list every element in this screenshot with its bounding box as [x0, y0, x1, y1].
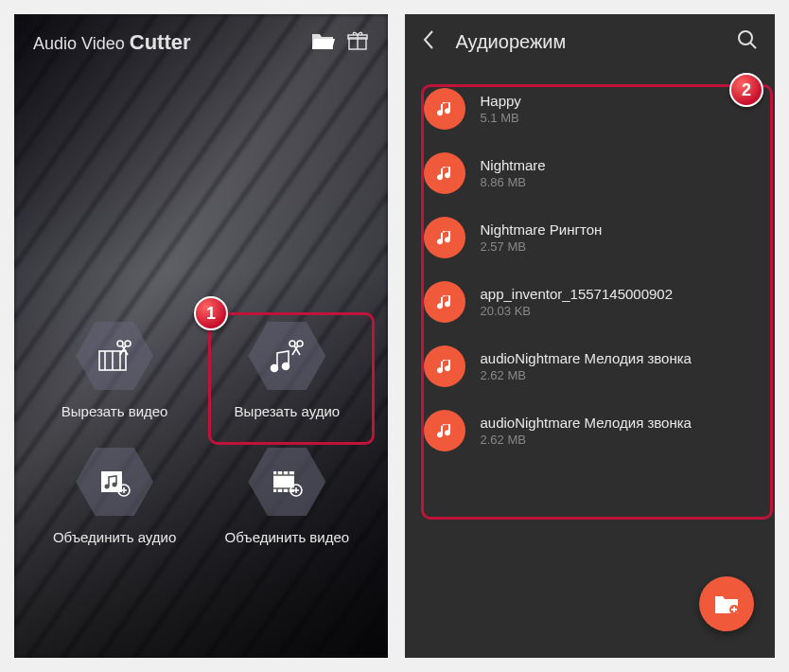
list-item-text: Nightmare Рингтон 2.57 MB [481, 221, 603, 254]
audio-size: 8.86 MB [481, 175, 546, 189]
audio-size: 2.62 MB [481, 433, 692, 447]
menu-label: Вырезать видео [61, 403, 168, 419]
audio-size: 2.57 MB [481, 239, 603, 254]
audio-size: 20.03 KB [481, 304, 674, 318]
folder-add-icon [713, 592, 740, 615]
hexagon [248, 448, 325, 516]
list-item-text: Happy 5.1 MB [481, 93, 521, 125]
screen-home: Audio Video Cutter Вырезать видео [14, 14, 388, 658]
menu-merge-video[interactable]: Объединить видео [205, 448, 368, 545]
hexagon [248, 322, 325, 390]
menu-label: Объединить аудио [53, 529, 176, 545]
music-icon [424, 281, 465, 323]
menu-cut-video[interactable]: Вырезать видео [33, 322, 196, 419]
svg-point-11 [113, 483, 117, 487]
folder-icon[interactable] [310, 30, 335, 55]
list-item[interactable]: app_inventor_1557145000902 20.03 KB [416, 270, 764, 334]
music-icon [424, 88, 465, 130]
audio-title: audioNightmare Мелодия звонка [481, 415, 692, 431]
audio-title: Happy [481, 93, 521, 109]
merge-audio-icon [96, 464, 133, 500]
list-item-text: Nightmare 8.86 MB [481, 157, 546, 189]
menu-label: Объединить видео [225, 529, 350, 545]
back-icon[interactable] [422, 29, 435, 54]
music-icon [424, 410, 465, 451]
list-item[interactable]: Nightmare 8.86 MB [416, 141, 764, 205]
page-title: Аудиорежим [456, 31, 717, 53]
gift-ads-icon[interactable] [346, 29, 369, 56]
menu-label: Вырезать аудио [235, 403, 341, 419]
list-item[interactable]: Nightmare Рингтон 2.57 MB [416, 205, 764, 270]
app-title: Audio Video Cutter [33, 30, 191, 55]
list-item-text: audioNightmare Мелодия звонка 2.62 MB [481, 415, 692, 447]
audio-title: Nightmare [481, 157, 546, 173]
list-item[interactable]: audioNightmare Мелодия звонка 2.62 MB [416, 398, 764, 463]
app-title-bold: Cutter [130, 30, 191, 54]
search-icon[interactable] [737, 29, 758, 54]
cut-video-icon [96, 338, 133, 374]
header-actions [310, 29, 369, 56]
app-title-light: Audio Video [33, 34, 130, 53]
cut-audio-icon [268, 338, 306, 374]
menu-cut-audio[interactable]: Вырезать аудио [205, 322, 368, 419]
screen-audio-list: Аудиорежим Happy 5.1 MB Nightmare 8.86 M… [405, 14, 776, 658]
audio-title: Nightmare Рингтон [481, 221, 603, 238]
step-badge-1: 1 [194, 296, 228, 330]
list-item[interactable]: Happy 5.1 MB [416, 77, 764, 141]
step-badge-2: 2 [729, 73, 763, 107]
audio-list: Happy 5.1 MB Nightmare 8.86 MB Nightmare… [405, 69, 776, 470]
fab-folder-button[interactable] [699, 576, 754, 631]
list-item[interactable]: audioNightmare Мелодия звонка 2.62 MB [416, 334, 764, 398]
menu-grid: Вырезать видео Вырезать аудио [14, 322, 388, 545]
svg-point-10 [105, 485, 110, 489]
svg-point-6 [283, 363, 289, 370]
audio-size: 2.62 MB [481, 368, 692, 382]
svg-point-5 [272, 365, 278, 372]
hexagon [76, 322, 153, 390]
list-item-text: audioNightmare Мелодия звонка 2.62 MB [481, 350, 692, 382]
audio-title: audioNightmare Мелодия звонка [481, 350, 692, 366]
header: Аудиорежим [405, 14, 776, 69]
music-icon [424, 152, 465, 194]
music-icon [424, 217, 465, 258]
header: Audio Video Cutter [14, 14, 388, 71]
audio-title: app_inventor_1557145000902 [481, 286, 674, 302]
music-icon [424, 345, 465, 387]
hexagon [76, 448, 153, 516]
svg-point-15 [739, 31, 752, 44]
merge-video-icon [268, 464, 306, 500]
menu-merge-audio[interactable]: Объединить аудио [33, 448, 196, 545]
list-item-text: app_inventor_1557145000902 20.03 KB [481, 286, 674, 318]
audio-size: 5.1 MB [481, 111, 521, 125]
